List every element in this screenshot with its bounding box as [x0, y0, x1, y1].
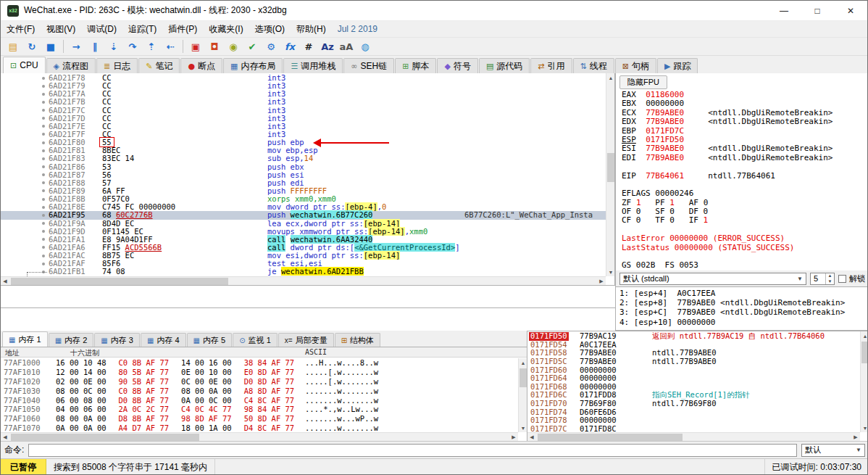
- tab-seh-chain[interactable]: ∞SEH链: [343, 58, 394, 73]
- command-profile-select[interactable]: 默认 ▼: [801, 444, 865, 457]
- menu-item-3[interactable]: 追踪(T): [122, 21, 162, 38]
- disasm-row[interactable]: 6AD21F7ACCint3: [1, 90, 606, 98]
- tab-graph[interactable]: ◈流程图: [46, 58, 96, 73]
- tab-struct[interactable]: ⊞结构体: [335, 333, 380, 347]
- breakpoint-dot-icon[interactable]: [42, 125, 45, 128]
- tab-symbols[interactable]: ◆符号: [437, 58, 477, 73]
- stop-icon[interactable]: ■: [42, 38, 59, 54]
- run-icon[interactable]: →: [67, 38, 85, 54]
- maximize-button[interactable]: □: [801, 1, 834, 20]
- scroll-right-arrow-icon[interactable]: ▶: [509, 433, 518, 441]
- tab-watch-1[interactable]: ⊙监视 1: [233, 333, 277, 347]
- breakpoint-dot-icon[interactable]: [42, 77, 45, 80]
- tab-memory-map[interactable]: ▦内存布局: [223, 58, 283, 73]
- tab-dump-5[interactable]: ▦内存 5: [187, 333, 233, 347]
- hash-window-icon[interactable]: #: [300, 38, 317, 54]
- tab-trace[interactable]: ▶跟踪: [657, 58, 698, 73]
- scroll-right-arrow-icon[interactable]: ▶: [851, 433, 860, 441]
- scroll-down-arrow-icon[interactable]: ▼: [519, 424, 527, 432]
- breakpoint-dot-icon[interactable]: [42, 157, 45, 160]
- dump-row[interactable]: 77AF106008 00 0A 00D8 8B AF 7798 8D AF 7…: [1, 414, 518, 424]
- menu-item-7[interactable]: 帮助(H): [291, 21, 332, 38]
- breakpoint-dot-icon[interactable]: [42, 246, 45, 249]
- scroll-down-arrow-icon[interactable]: ▼: [861, 424, 868, 432]
- tab-handles[interactable]: ⊠句柄: [615, 58, 656, 73]
- breakpoint-dot-icon[interactable]: [42, 173, 45, 176]
- breakpoint-dot-icon[interactable]: [42, 101, 45, 104]
- register-row[interactable]: GS 002B FS 0053: [622, 261, 868, 270]
- scroll-thumb[interactable]: [861, 342, 868, 363]
- dump-vertical-scrollbar[interactable]: ▲ ▼: [518, 358, 527, 432]
- tab-source[interactable]: ▤源代码: [479, 58, 530, 73]
- tab-threads[interactable]: ⇅线程: [573, 58, 614, 73]
- restart-icon[interactable]: ↻: [23, 38, 41, 54]
- stepper-down-icon[interactable]: ▼: [826, 278, 834, 284]
- scroll-thumb[interactable]: [538, 434, 683, 441]
- step-into-icon[interactable]: ⇣: [105, 38, 122, 54]
- checkbox-box[interactable]: [838, 275, 846, 283]
- minimize-button[interactable]: —: [767, 1, 801, 20]
- memory-map-icon[interactable]: ◉: [225, 38, 242, 54]
- stepper-buttons[interactable]: ▲ ▼: [825, 273, 834, 284]
- breakpoint-dot-icon[interactable]: [42, 181, 45, 184]
- argument-row[interactable]: 4: [esp+10] 00000000: [619, 318, 864, 327]
- dump-row[interactable]: 77AF104006 00 08 00D0 8B AF 770A 00 0C 0…: [1, 396, 518, 405]
- stack-row[interactable]: 0171FD6000000000: [527, 366, 860, 375]
- scroll-left-arrow-icon[interactable]: ◀: [1, 277, 9, 285]
- open-file-icon[interactable]: ▤: [4, 38, 22, 54]
- tab-breakpoints[interactable]: ●断点: [180, 58, 222, 73]
- dump-row[interactable]: 77AF102002 00 0E 0090 5B AF 770C 00 0E 0…: [1, 377, 518, 387]
- stack-row[interactable]: 0171FD5077B9AC19返回到 ntdll.77B9AC19 自 ntd…: [527, 332, 860, 341]
- scroll-left-arrow-icon[interactable]: ◀: [1, 433, 9, 441]
- scroll-thumb[interactable]: [11, 434, 199, 441]
- breakpoint-dot-icon[interactable]: [42, 206, 45, 209]
- disasm-horizontal-scrollbar[interactable]: ◀ ▶: [1, 276, 606, 285]
- disasm-row[interactable]: 6AD21F7DCCint3: [1, 115, 606, 123]
- register-row[interactable]: EDI 77B9ABE0 <ntdll.DbgUiRemoteBreakin>: [622, 154, 868, 162]
- dump-horizontal-scrollbar[interactable]: ◀ ▶: [1, 432, 518, 441]
- stack-row[interactable]: 0171FD7077B69F80ntdll.77B69F80: [527, 400, 860, 408]
- menu-item-2[interactable]: 调试(D): [81, 21, 122, 38]
- dump-row[interactable]: 77AF101012 00 14 0080 5B AF 770E 00 10 0…: [1, 368, 518, 377]
- disasm-row[interactable]: 6AD21F7BCCint3: [1, 98, 606, 106]
- breakpoint-dot-icon[interactable]: [42, 109, 45, 112]
- strings-az-icon[interactable]: Az: [319, 38, 336, 54]
- tab-script[interactable]: ⊞脚本: [395, 58, 436, 73]
- tab-dump-2[interactable]: ▦内存 2: [49, 333, 94, 347]
- command-input[interactable]: [28, 444, 797, 457]
- breakpoint-dot-icon[interactable]: [42, 133, 45, 136]
- breakpoint-dot-icon[interactable]: [42, 214, 45, 217]
- disasm-row[interactable]: 6AD21F78CCint3: [1, 74, 606, 82]
- menu-item-6[interactable]: 选项(O): [249, 21, 291, 38]
- dump-row[interactable]: 77AF100016 00 10 48C0 8B AF 7714 00 16 0…: [1, 358, 518, 368]
- scroll-left-arrow-icon[interactable]: ◀: [527, 433, 536, 441]
- breakpoint-dot-icon[interactable]: [42, 165, 45, 168]
- breakpoint-dot-icon[interactable]: [42, 93, 45, 96]
- breakpoints-icon[interactable]: ▣: [187, 38, 204, 54]
- tab-call-stack[interactable]: ☰调用堆栈: [283, 58, 343, 73]
- run-until-return-icon[interactable]: ⇡: [143, 38, 160, 54]
- tab-dump-3[interactable]: ▦内存 3: [94, 333, 140, 347]
- breakpoint-dot-icon[interactable]: [42, 198, 45, 201]
- dump-row[interactable]: 77AF10700A 00 0A 00A4 D7 AF 7718 00 1A 0…: [1, 424, 518, 432]
- close-button[interactable]: ✕: [834, 1, 867, 20]
- step-over-icon[interactable]: ↷: [124, 38, 141, 54]
- menu-item-4[interactable]: 插件(P): [162, 21, 203, 38]
- stack-row[interactable]: 0171FD74D60FE6D6: [527, 408, 860, 417]
- scroll-up-arrow-icon[interactable]: ▲: [606, 73, 615, 82]
- breakpoint-dot-icon[interactable]: [42, 141, 45, 144]
- tab-log[interactable]: ≣日志: [96, 58, 138, 73]
- disasm-row[interactable]: 6AD21F79CCint3: [1, 82, 606, 90]
- breakpoint-dot-icon[interactable]: [42, 222, 45, 225]
- tab-notes[interactable]: ✎笔记: [138, 58, 180, 73]
- argument-row[interactable]: 1: [esp+4] A0C17EEA: [619, 289, 864, 298]
- stepper-up-icon[interactable]: ▲: [826, 273, 834, 279]
- argument-row[interactable]: 2: [esp+8] 77B9ABE0 <ntdll.DbgUiRemoteBr…: [619, 298, 864, 307]
- stack-horizontal-scrollbar[interactable]: ◀ ▶: [527, 432, 860, 441]
- breakpoint-dot-icon[interactable]: [42, 149, 45, 152]
- menu-item-1[interactable]: 视图(V): [41, 21, 81, 38]
- breakpoint-dot-icon[interactable]: [42, 85, 45, 88]
- tab-dump-4[interactable]: ▦内存 4: [141, 333, 186, 347]
- breakpoint-dot-icon[interactable]: [42, 117, 45, 120]
- dump-row[interactable]: 77AF105004 00 06 002A 0C 2C 77C4 0C 4C 7…: [1, 405, 518, 414]
